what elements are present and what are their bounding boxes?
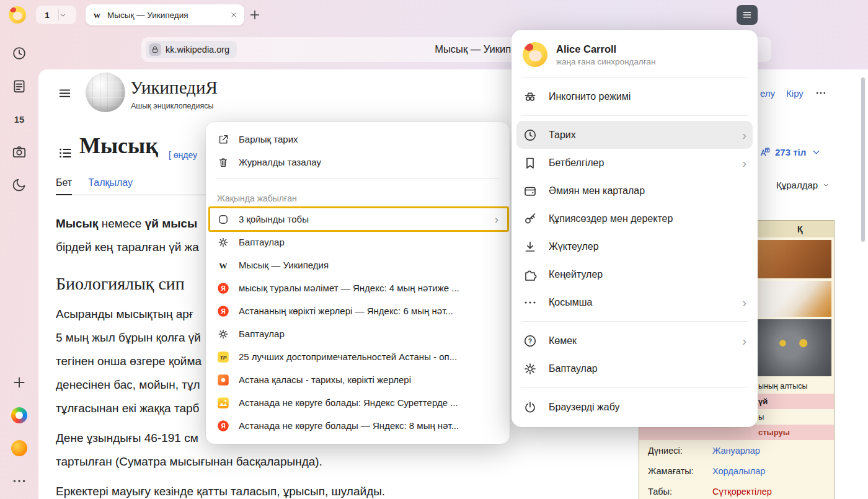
lock-icon[interactable] — [149, 43, 161, 56]
tp-favicon: ТР — [217, 351, 229, 363]
history-menu-item[interactable]: Астанада не көруге болады: Яндекс Суретт… — [206, 391, 510, 414]
sidebar-button[interactable]: 15 — [11, 111, 27, 127]
external-link-icon — [217, 133, 229, 146]
history-menu-item[interactable]: Я Астананың көрікті жерлері — Яндекс: 6 … — [206, 299, 510, 322]
text-line: Еркектері мауығу кезінде қатты таласып, … — [56, 480, 428, 499]
chevron-down-icon — [59, 11, 67, 19]
toolbar-action[interactable] — [773, 42, 789, 58]
gear-icon — [217, 236, 229, 249]
nav-buttons — [46, 40, 125, 57]
history-menu-item[interactable]: Журналды тазалау › — [206, 151, 510, 174]
window-control[interactable] — [810, 7, 825, 22]
window-control[interactable] — [844, 7, 859, 22]
wiki-wordmark[interactable]: УикипедиЯ — [130, 77, 218, 98]
page-scrollbar[interactable] — [861, 77, 865, 242]
menu-item: › — [521, 115, 748, 116]
menu-item[interactable]: Баптаулар › — [516, 355, 753, 382]
menu-item[interactable]: Кеңейтулер › — [516, 260, 753, 288]
sidebar-button[interactable] — [11, 144, 27, 160]
edit-link[interactable]: [ өңдеу — [169, 150, 197, 160]
sidebar-top-group: 15 — [11, 45, 27, 193]
toolbar-action-buttons — [773, 42, 858, 58]
history-menu-item[interactable]: Астана қаласы - тарихы, көрікті жерлері … — [206, 368, 510, 391]
menu-item: › — [521, 387, 748, 388]
sidebar-button[interactable] — [11, 407, 27, 423]
history-menu-item[interactable]: W Мысық — Уикипедия › — [206, 254, 510, 276]
history-menu-item[interactable]: ТР 25 лучших достопримечательностей Аста… — [206, 345, 510, 368]
chevron-right-icon: › — [742, 335, 746, 347]
sidebar-button[interactable] — [11, 177, 27, 193]
menu-item[interactable]: Жүктеулер › — [516, 232, 753, 260]
register-link[interactable]: елу — [760, 88, 775, 99]
incognito-icon — [523, 89, 538, 104]
svg-text:W: W — [94, 11, 101, 19]
history-menu-item[interactable]: Барлық тарих › — [206, 128, 510, 151]
gear-icon — [523, 361, 538, 376]
sidebar-button[interactable] — [11, 440, 27, 456]
menu-item[interactable]: Инкогнито режимі › — [516, 82, 753, 110]
history-menu-item[interactable]: Баптаулар › — [206, 322, 510, 345]
article-tab[interactable]: Бет — [56, 177, 72, 195]
taxonomy-row: Табы: Сүтқоректілер — [639, 481, 834, 499]
wikipedia-favicon: W — [217, 259, 229, 272]
profile-header[interactable]: Alice Carroll жаңа ғана синхрондалған — [512, 35, 758, 76]
browser-main-menu: Alice Carroll жаңа ғана синхрондалған Ин… — [512, 30, 758, 427]
menu-item[interactable]: Браузерді жабу › — [516, 393, 753, 421]
tab-list-dropdown[interactable] — [59, 6, 76, 24]
new-tab-button[interactable] — [248, 8, 262, 22]
sidebar-button[interactable] — [11, 45, 27, 61]
menu-item[interactable]: Қосымша › — [516, 288, 753, 316]
title-bar: 1 W Мысық — Уикипедия — [0, 0, 868, 30]
toolbar-action[interactable] — [843, 42, 858, 58]
chevron-down-icon — [810, 146, 822, 158]
menu-item[interactable]: Құпиясөздер мен деректер › — [516, 205, 753, 232]
gear-icon — [217, 328, 229, 340]
close-tab-icon[interactable] — [229, 11, 238, 19]
menu-item[interactable]: Тарих › — [516, 121, 753, 149]
download-icon — [523, 239, 538, 254]
more-options-icon[interactable] — [815, 87, 827, 99]
chevron-right-icon: › — [742, 129, 746, 141]
nav-button[interactable] — [46, 40, 63, 57]
sync-status: жаңа ғана синхрондалған — [556, 57, 656, 66]
taxonomy-row: Дүниесі: Жануарлар — [639, 440, 834, 461]
sidebar-button[interactable] — [11, 78, 27, 94]
nav-button[interactable] — [77, 40, 94, 57]
taxonomy-row: Жамағаты: Хордалылар — [639, 461, 834, 481]
toolbar-action[interactable] — [808, 42, 823, 58]
history-menu-item[interactable]: Я мысық туралы мәлімет — Яндекс: 4 мың н… — [206, 276, 510, 299]
wikipedia-globe-logo[interactable] — [86, 73, 125, 112]
login-link[interactable]: Кіру — [786, 88, 804, 99]
menu-item[interactable]: Бетбелгілер › — [516, 149, 753, 177]
clock-icon — [523, 128, 538, 143]
sidebar-button[interactable] — [11, 374, 27, 391]
tab-group-counter[interactable]: 1 — [36, 6, 76, 24]
user-avatar-icon — [523, 42, 547, 67]
window-control[interactable] — [776, 7, 791, 22]
wiki-menu-icon[interactable] — [57, 86, 73, 101]
tools-dropdown[interactable]: Құралдар — [776, 180, 830, 190]
article-tab[interactable]: Талқылау — [88, 177, 133, 195]
site-capsule[interactable]: kk.wikipedia.org — [146, 41, 237, 58]
history-menu-item[interactable]: 3 қойынды тобы › — [206, 208, 510, 231]
menu-item[interactable]: ? Көмек › — [516, 327, 753, 355]
taxonomy-table: Дүниесі: Жануарлар Жамағаты: Хордалылар … — [639, 440, 834, 499]
language-selector[interactable]: 273 тіл — [759, 146, 822, 158]
browser-tab[interactable]: W Мысық — Уикипедия — [86, 4, 244, 25]
power-icon — [523, 400, 538, 415]
key-icon — [523, 211, 538, 226]
wallet-icon — [523, 183, 538, 198]
svg-text:Я: Я — [221, 285, 225, 291]
tab-count: 1 — [36, 11, 58, 20]
history-menu-item[interactable]: Баптаулар › — [206, 231, 510, 254]
menu-item[interactable]: Әмиян мен карталар › — [516, 177, 753, 205]
article-title: Мысық — [79, 133, 158, 159]
browser-menu-button[interactable] — [737, 5, 758, 25]
menu-divider — [521, 77, 748, 77]
sidebar-button[interactable] — [11, 473, 27, 489]
history-menu-item[interactable]: Я Астанада не көруге болады — Яндекс: 8 … — [206, 414, 510, 437]
svg-text:Я: Я — [221, 307, 225, 314]
bookmark-icon — [523, 156, 538, 170]
contents-toc-icon[interactable] — [57, 145, 73, 161]
nav-button[interactable] — [108, 40, 125, 57]
